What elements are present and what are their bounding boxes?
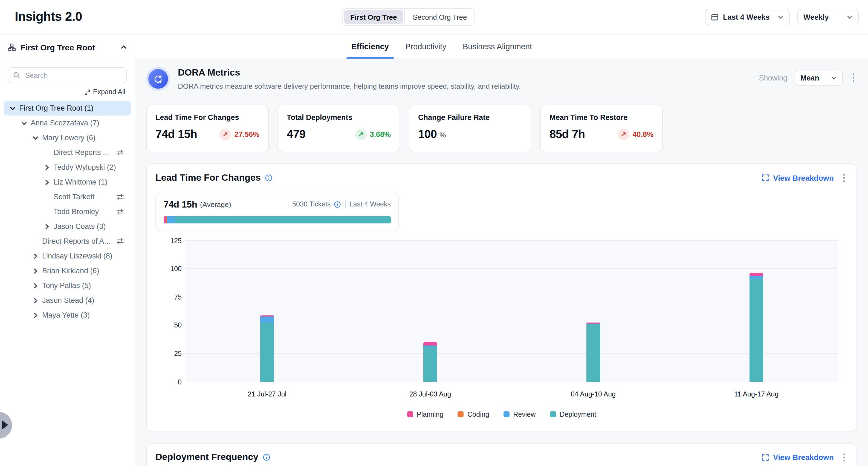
dora-menu-button[interactable] [850,71,857,84]
tree-item-scott-tarkett[interactable]: Scott Tarkett [4,190,131,204]
legend-item-planning[interactable]: Planning [407,410,443,418]
tree-item-first-org-tree-root-1[interactable]: First Org Tree Root (1) [4,101,131,116]
bar-21-jul-27-jul[interactable] [260,315,274,381]
info-icon[interactable] [334,201,341,208]
expand-all-button[interactable]: Expand All [9,88,125,96]
showing-select[interactable]: Mean [795,69,842,86]
lead-time-card: Lead Time For Changes [146,163,857,432]
trend-badge: ↗ 27.56% [219,128,259,140]
tree-item-tony-pallas-5[interactable]: Tony Pallas (5) [4,278,131,293]
dora-description: DORA metrics measure software delivery p… [178,82,521,90]
page-title: Insights 2.0 [15,9,82,24]
tree-item-direct-reports-of-a[interactable]: Direct Reports of A... [4,234,131,249]
trend-badge: ↗ 40.8% [618,128,653,140]
x-axis-label: 04 Aug-10 Aug [512,390,675,398]
x-axis-label: 21 Jul-27 Jul [186,390,349,398]
trend-up-icon: ↗ [355,128,366,140]
tree-item-brian-kirkland-6[interactable]: Brian Kirkland (6) [4,263,131,278]
info-icon[interactable] [263,454,270,461]
legend-item-review[interactable]: Review [503,410,536,418]
filter-icon[interactable] [117,193,124,200]
filter-icon[interactable] [117,149,124,156]
metric-value: 74d 15h [155,127,197,141]
phase-distribution-bar [164,216,391,223]
deployment-frequency-card: Deployment Frequency [146,443,857,466]
metric-card-lead-time-for-changes: Lead Time For Changes 74d 15h ↗ 27.56% [146,105,269,152]
tree-item-label: Anna Scozzafava (7) [31,119,99,127]
chevron-right-icon[interactable] [32,282,39,289]
date-range-select[interactable]: Last 4 Weeks [705,9,790,25]
trend-percent: 3.68% [370,130,391,138]
bar-segment-planning [423,342,437,346]
trend-badge: ↗ 3.68% [355,128,391,140]
chevron-down-icon[interactable] [21,120,27,126]
tree-item-teddy-wylupski-2[interactable]: Teddy Wylupski (2) [4,160,131,175]
chevron-right-icon[interactable] [32,267,39,274]
expand-all-label: Expand All [93,88,125,96]
trend-percent: 40.8% [632,130,653,138]
tree-item-jason-stead-4[interactable]: Jason Stead (4) [4,293,131,308]
chevron-down-icon [831,75,837,81]
chevron-up-icon[interactable] [120,44,127,50]
view-breakdown-link[interactable]: View Breakdown [762,453,834,462]
dora-controls: Showing Mean [759,69,857,86]
tree-item-lindsay-liszewski-8[interactable]: Lindsay Liszewski (8) [4,249,131,263]
tree-item-label: Todd Bromley [54,207,99,216]
phase-segment-planning [164,216,166,223]
metric-value: 479 [287,127,305,141]
deployment-frequency-title: Deployment Frequency [155,452,258,463]
view-breakdown-link[interactable]: View Breakdown [762,174,834,182]
chevron-right-icon[interactable] [44,223,50,230]
chevron-right-icon[interactable] [32,297,39,303]
tree-item-label: Lindsay Liszewski (8) [42,252,113,260]
tree-item-mary-lowery-6[interactable]: Mary Lowery (6) [4,130,131,145]
chevron-right-icon[interactable] [44,164,50,171]
chevron-right-icon[interactable] [32,253,39,259]
tree-item-anna-scozzafava-7[interactable]: Anna Scozzafava (7) [4,116,131,130]
chevron-right-icon[interactable] [32,312,39,318]
tree-item-direct-reports[interactable]: Direct Reports ... [4,145,131,160]
org-toggle-option-first-org-tree[interactable]: First Org Tree [344,10,404,24]
metric-title: Total Deployments [287,113,391,122]
chevron-right-icon[interactable] [44,179,50,185]
legend-label: Review [514,410,536,418]
sidebar-header[interactable]: First Org Tree Root [0,34,135,60]
bar-11-aug-17-aug[interactable] [749,273,763,381]
legend-label: Deployment [560,410,596,418]
bar-04-aug-10-aug[interactable] [586,323,600,381]
y-axis-label: 125 [157,237,182,244]
tree-item-label: Tony Pallas (5) [42,282,91,290]
bar-28-jul-03-aug[interactable] [423,342,437,381]
breakdown-expand-icon [762,174,769,181]
org-toggle-option-second-org-tree[interactable]: Second Org Tree [406,10,474,24]
legend-item-deployment[interactable]: Deployment [550,410,596,418]
phase-segment-review [167,216,175,223]
summary-range: Last 4 Weeks [349,200,391,208]
legend-label: Coding [467,410,489,418]
lead-time-title: Lead Time For Changes [155,173,261,183]
showing-label: Showing [759,74,787,82]
filter-icon[interactable] [117,238,124,245]
expand-icon [84,89,90,95]
lead-time-menu-button[interactable] [840,171,848,184]
search-input[interactable] [8,67,127,83]
tree-item-jason-coats-3[interactable]: Jason Coats (3) [4,219,131,234]
scroll-area: DORA Metrics DORA metrics measure softwa… [135,59,868,466]
bar-segment-review [260,317,274,323]
tree-item-maya-yette-3[interactable]: Maya Yette (3) [4,308,131,323]
bar-segment-deployment [423,346,437,381]
chevron-down-icon[interactable] [32,135,39,141]
legend-swatch [458,411,464,417]
granularity-select[interactable]: Weekly [797,9,859,25]
filter-icon[interactable] [117,208,124,215]
tab-productivity[interactable]: Productivity [405,34,446,59]
tab-efficiency[interactable]: Efficiency [351,34,389,59]
tree-item-liz-whittome-1[interactable]: Liz Whittome (1) [4,175,131,190]
info-icon[interactable] [265,174,273,182]
deployment-frequency-menu-button[interactable] [840,451,848,464]
tab-business-alignment[interactable]: Business Alignment [463,34,532,59]
legend-item-coding[interactable]: Coding [458,410,489,418]
org-tree: First Org Tree Root (1)Anna Scozzafava (… [0,98,135,325]
tree-item-todd-bromley[interactable]: Todd Bromley [4,204,131,219]
chevron-down-icon[interactable] [9,105,16,111]
